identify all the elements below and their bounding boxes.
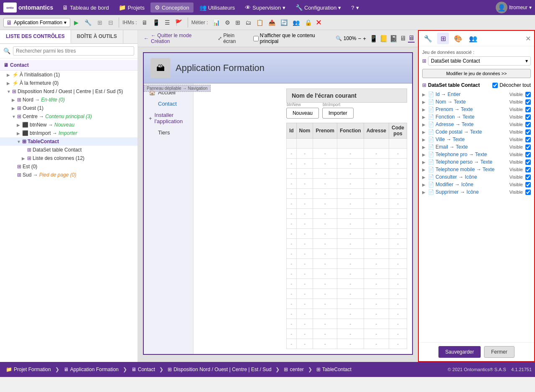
- tree-item-ouest[interactable]: ▶ ⊞ Ouest (1): [0, 104, 138, 112]
- visible-checkbox[interactable]: [525, 182, 531, 187]
- close-button[interactable]: ✕: [316, 18, 322, 27]
- user-badge[interactable]: 👤 ltromeur ▾: [496, 2, 532, 13]
- status-tablecontact[interactable]: ⊞ TableContact: [314, 367, 354, 372]
- col-label-link[interactable]: Fonction: [436, 114, 455, 120]
- nav-supervision[interactable]: 👁 Supervision ▾: [241, 3, 290, 13]
- col-label-link[interactable]: Supprimer: [436, 189, 459, 195]
- ihms-menu[interactable]: ☰: [163, 18, 172, 27]
- col-label-link[interactable]: Adresse: [436, 121, 454, 127]
- tablet-icon[interactable]: 📒: [380, 35, 388, 43]
- desktop-icon[interactable]: 🖥: [400, 35, 406, 42]
- col-label-link[interactable]: Id: [436, 91, 440, 97]
- logo[interactable]: onto ontomantics: [3, 3, 53, 13]
- canvas-nav-tiers[interactable]: Tiers: [144, 127, 193, 138]
- right-tab-palette[interactable]: 🎨: [452, 33, 464, 44]
- metier-btn4[interactable]: 🗂: [243, 18, 253, 27]
- col-label-link[interactable]: Telephone perso: [436, 159, 473, 165]
- visible-checkbox[interactable]: [525, 99, 531, 105]
- monitor-icon[interactable]: 🖥: [408, 34, 415, 43]
- col-label-link[interactable]: Nom: [436, 99, 446, 105]
- metier-btn2[interactable]: ⚙: [223, 18, 232, 27]
- right-tab-users[interactable]: 👥: [467, 33, 479, 44]
- metier-btn1[interactable]: 📊: [211, 18, 222, 27]
- visible-checkbox[interactable]: [525, 175, 531, 180]
- col-label-link[interactable]: Consulter: [436, 174, 457, 180]
- visible-checkbox[interactable]: [525, 137, 531, 142]
- tree-item-nord[interactable]: ▶ ⊞ Nord → En-tête (0): [0, 96, 138, 104]
- ihms-flag[interactable]: 🚩: [173, 18, 184, 27]
- col-label-link[interactable]: Ville: [436, 137, 445, 142]
- col-label-link[interactable]: Telephone pro: [436, 152, 467, 157]
- nav-utilisateurs[interactable]: 👥 Utilisateurs: [195, 3, 239, 13]
- grid-button[interactable]: ⊞: [95, 18, 104, 27]
- canvas-area[interactable]: 🏔 Application Formation Panneau dépliabl…: [138, 47, 418, 362]
- status-projet[interactable]: 📁 Projet Formation: [3, 367, 54, 372]
- tree-item-tablecontact[interactable]: ▼ ⊞ TableContact: [0, 137, 138, 146]
- visible-checkbox[interactable]: [525, 152, 531, 157]
- metier-btn5[interactable]: 📋: [254, 18, 265, 27]
- tree-item-disposition[interactable]: ▼ ⊞ Disposition Nord / Ouest | Centre | …: [0, 87, 138, 96]
- canvas-nav-install[interactable]: + Installer l'application: [144, 109, 193, 127]
- play-button[interactable]: ▶: [72, 18, 81, 27]
- tree-item-dataset[interactable]: ⊞ DataSet table Contact: [0, 146, 138, 154]
- visible-checkbox[interactable]: [525, 114, 531, 120]
- tree-item-sud[interactable]: ⊞ Sud → Pied de page (0): [0, 171, 138, 179]
- hide-main-checkbox[interactable]: N'afficher que le contenu principal: [253, 33, 332, 44]
- tree-item-est[interactable]: ⊞ Est (0): [0, 162, 138, 171]
- zoom-out-btn[interactable]: −: [358, 35, 361, 42]
- tree-item-init[interactable]: ▶ ⚡ À l'initialisation (1): [0, 71, 138, 79]
- visible-checkbox[interactable]: [525, 107, 531, 112]
- nav-projets[interactable]: 📁 Projets: [115, 3, 148, 13]
- visible-checkbox[interactable]: [525, 144, 531, 150]
- status-center[interactable]: ⊞ center: [281, 367, 306, 372]
- check-all-checkbox[interactable]: [492, 83, 498, 88]
- tree-item-btnnew[interactable]: ▶ ⬛ btnNew → Nouveau: [0, 121, 138, 129]
- search-input[interactable]: [13, 46, 134, 56]
- zoom-in-btn[interactable]: +: [363, 35, 366, 42]
- metier-btn7[interactable]: 🔄: [278, 18, 290, 27]
- nav-tableau[interactable]: 🖥 Tableau de bord: [58, 3, 113, 13]
- tab-liste-controles[interactable]: LISTE DES CONTRÔLES: [0, 30, 71, 43]
- metier-btn9[interactable]: 🔒: [303, 18, 314, 27]
- btn-import[interactable]: btnImport Importer: [322, 108, 354, 119]
- metier-btn8[interactable]: 👥: [290, 18, 302, 27]
- visible-checkbox[interactable]: [525, 190, 531, 195]
- nav-conception[interactable]: ⚙ Conception: [150, 3, 194, 13]
- tree-section-contact[interactable]: 🖥 Contact: [0, 60, 138, 71]
- visible-checkbox[interactable]: [525, 122, 531, 127]
- visible-checkbox[interactable]: [525, 92, 531, 97]
- right-tab-tools[interactable]: 🔧: [422, 33, 434, 44]
- close-button[interactable]: Fermer: [484, 346, 515, 358]
- nav-help[interactable]: ? ▾: [347, 3, 363, 13]
- ihms-tablet[interactable]: 📱: [150, 18, 162, 27]
- ihms-monitor[interactable]: 🖥: [140, 18, 150, 27]
- modify-dataset-btn[interactable]: Modifier le jeu de données >>: [422, 69, 531, 78]
- status-contact[interactable]: 🖥 Contact: [129, 367, 158, 372]
- app-selector[interactable]: 🖥 Application Formation ▾: [3, 18, 70, 27]
- settings-button[interactable]: 🔧: [82, 18, 94, 27]
- visible-checkbox[interactable]: [525, 129, 531, 135]
- visible-checkbox[interactable]: [525, 167, 531, 172]
- back-to-creation-btn[interactable]: ← ← Quitter le mode Création: [141, 32, 212, 45]
- dataset-select[interactable]: DataSet table Contact ▾: [428, 56, 531, 66]
- save-button[interactable]: Sauvegarder: [438, 346, 481, 358]
- tab-boite-outils[interactable]: BOÎTE À OUTILS: [71, 30, 123, 43]
- tablet2-icon[interactable]: 📓: [390, 35, 398, 43]
- tree-item-btnimport[interactable]: ▶ ⬛ btnImport → Importer: [0, 129, 138, 137]
- col-label-link[interactable]: Telephone mobile: [436, 167, 475, 172]
- grid2-button[interactable]: ⊟: [106, 18, 115, 27]
- metier-btn6[interactable]: 📤: [266, 18, 278, 27]
- fullscreen-btn[interactable]: ⤢ Plein écran: [215, 32, 250, 45]
- metier-btn3[interactable]: ⊞: [233, 18, 242, 27]
- canvas-nav-contact[interactable]: Contact: [144, 98, 193, 109]
- col-label-link[interactable]: Code postal: [436, 129, 462, 135]
- nav-configuration[interactable]: 🔧 Configuration ▾: [291, 3, 345, 13]
- tree-item-columns[interactable]: ▶ ⊞ Liste des colonnes (12): [0, 154, 138, 162]
- col-label-link[interactable]: Prenom: [436, 106, 453, 112]
- status-application[interactable]: 🖥 Application Formation: [61, 367, 121, 372]
- visible-checkbox[interactable]: [525, 159, 531, 165]
- right-tab-table[interactable]: ⊞: [437, 33, 449, 44]
- col-label-link[interactable]: Email: [436, 144, 448, 150]
- tree-item-close[interactable]: ▶ ⚡ À la fermeture (0): [0, 79, 138, 87]
- tree-item-centre[interactable]: ▼ ⊞ Centre → Contenu principal (3): [0, 112, 138, 121]
